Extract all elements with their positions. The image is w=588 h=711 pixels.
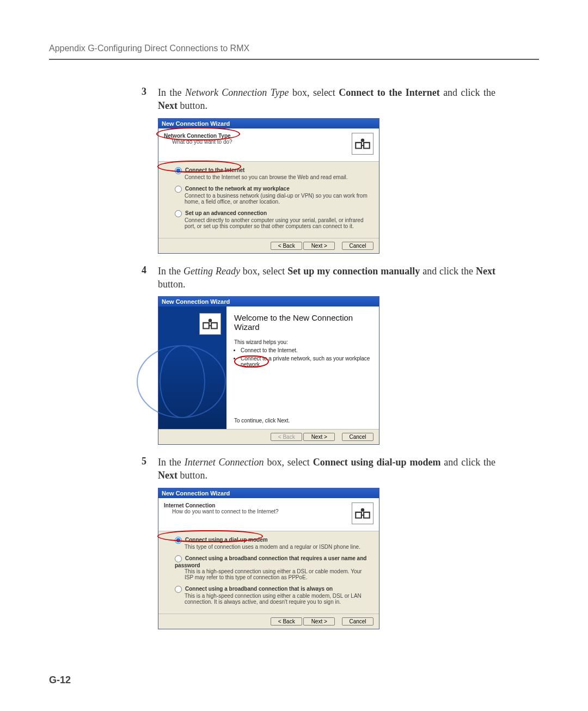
option-description: This type of connection uses a modem and… — [185, 544, 368, 550]
wizard-heading: Network Connection Type — [164, 133, 231, 139]
next-button[interactable]: Next > — [303, 242, 335, 250]
wizard-subheading: How do you want to connect to the Intern… — [172, 508, 279, 514]
back-button[interactable]: < Back — [271, 242, 302, 250]
cancel-button[interactable]: Cancel — [342, 242, 373, 250]
step-number: 4 — [142, 265, 158, 291]
continue-hint: To continue, click Next. — [234, 418, 290, 424]
welcome-helps-label: This wizard helps you: — [234, 339, 372, 345]
radio-input[interactable] — [175, 586, 182, 593]
network-icon — [352, 502, 373, 524]
radio-option[interactable]: Connect to the Internet Connect to the I… — [175, 167, 368, 180]
cancel-button[interactable]: Cancel — [342, 433, 373, 441]
radio-option[interactable]: Connect using a broadband connection tha… — [175, 586, 368, 605]
cancel-button[interactable]: Cancel — [342, 617, 373, 626]
radio-input[interactable] — [175, 210, 182, 217]
svg-point-1 — [209, 319, 212, 322]
bullet-item: Connect to the Internet. — [241, 347, 372, 353]
wizard-heading: Internet Connection — [164, 502, 215, 508]
option-description: This is a high-speed connection using ei… — [185, 593, 368, 605]
page-number: G-12 — [49, 675, 71, 686]
wizard-welcome: New Connection Wizard Welcome to the New… — [158, 296, 379, 445]
radio-option[interactable]: Connect using a dial-up modem This type … — [175, 537, 368, 550]
option-description: Connect to a business network (using dia… — [185, 193, 368, 205]
welcome-title: Welcome to the New Connection Wizard — [234, 313, 372, 332]
instruction-step: 5 In the Internet Connection box, select… — [142, 456, 495, 482]
radio-input[interactable] — [175, 186, 182, 193]
step-number: 3 — [142, 86, 158, 113]
option-description: Connect directly to another computer usi… — [185, 217, 368, 229]
step-number: 5 — [142, 456, 158, 482]
network-icon — [352, 133, 373, 155]
bullet-item: Connect to a private network, such as yo… — [241, 356, 372, 367]
step-text: In the Getting Ready box, select Set up … — [158, 265, 495, 291]
radio-option[interactable]: Connect to the network at my workplace C… — [175, 186, 368, 205]
option-description: This is a high-speed connection using ei… — [185, 568, 368, 580]
wizard-sidebar — [158, 307, 226, 429]
option-description: Connect to the Internet so you can brows… — [185, 174, 368, 180]
wizard-titlebar: New Connection Wizard — [158, 297, 379, 307]
header-separator — [49, 59, 539, 60]
step-text: In the Internet Connection box, select C… — [158, 456, 495, 482]
wizard-network-connection-type: New Connection Wizard Network Connection… — [158, 118, 379, 254]
svg-point-0 — [361, 138, 364, 142]
radio-option[interactable]: Set up an advanced connection Connect di… — [175, 210, 368, 229]
wizard-subheading: What do you want to do? — [172, 139, 232, 145]
wizard-internet-connection: New Connection Wizard Internet Connectio… — [158, 488, 379, 629]
back-button[interactable]: < Back — [271, 617, 302, 626]
radio-input[interactable] — [175, 167, 182, 174]
page-header: Appendix G-Configuring Direct Connection… — [49, 44, 539, 53]
wizard-titlebar: New Connection Wizard — [158, 488, 379, 498]
next-button[interactable]: Next > — [303, 433, 335, 441]
back-button: < Back — [271, 433, 302, 441]
step-text: In the Network Connection Type box, sele… — [158, 86, 495, 113]
wizard-titlebar: New Connection Wizard — [158, 119, 379, 128]
svg-point-2 — [361, 508, 364, 511]
instruction-step: 3 In the Network Connection Type box, se… — [142, 86, 495, 113]
radio-input[interactable] — [175, 537, 182, 544]
next-button[interactable]: Next > — [303, 617, 335, 626]
radio-option[interactable]: Connect using a broadband connection tha… — [175, 555, 368, 580]
radio-input[interactable] — [175, 555, 182, 562]
instruction-step: 4 In the Getting Ready box, select Set u… — [142, 265, 495, 291]
network-icon — [199, 313, 221, 335]
